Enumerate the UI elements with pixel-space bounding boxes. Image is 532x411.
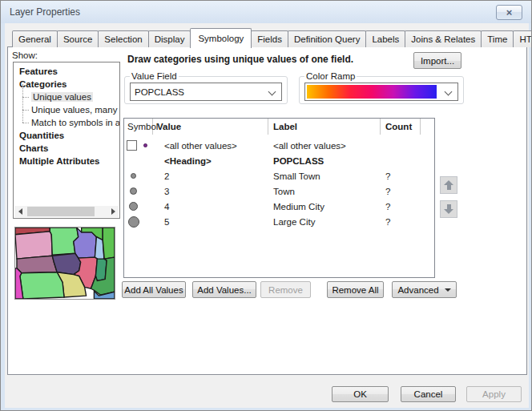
- show-tree-item-quantities[interactable]: Quantities: [14, 129, 119, 142]
- remove-all-button[interactable]: Remove All: [327, 281, 384, 298]
- advanced-button-label: Advanced: [397, 285, 438, 295]
- cell-label: POPCLASS: [268, 156, 381, 166]
- table-row-town[interactable]: 3 Town ?: [124, 183, 434, 199]
- col-header-value[interactable]: Value: [153, 119, 268, 135]
- chevron-down-icon: [268, 88, 276, 96]
- tree-item-label: Multiple Attributes: [19, 156, 100, 166]
- show-tree-item-features[interactable]: Features: [14, 65, 119, 78]
- tab-source[interactable]: Source: [57, 30, 99, 47]
- tree-horizontal-scrollbar[interactable]: [14, 206, 119, 217]
- gray-point-icon: [131, 173, 136, 179]
- map-region-state-green-ks: [20, 272, 64, 299]
- import-button[interactable]: Import...: [413, 52, 461, 69]
- table-header-row: Symbol Value Label Count: [124, 119, 434, 135]
- gray-point-icon: [130, 187, 137, 195]
- show-tree-list: Features Categories Unique values Unique…: [13, 62, 120, 219]
- cell-value: 4: [153, 202, 268, 212]
- tab-display[interactable]: Display: [148, 30, 191, 47]
- purple-point-icon: [143, 143, 147, 147]
- apply-button[interactable]: Apply: [466, 386, 522, 402]
- add-values-button[interactable]: Add Values...: [192, 281, 256, 298]
- scrollbar-thumb[interactable]: [27, 207, 95, 216]
- title-bar[interactable]: Layer Properties ×: [1, 1, 531, 23]
- show-tree-item-unique-values-many[interactable]: Unique values, many: [14, 103, 119, 116]
- color-ramp-dropdown[interactable]: [304, 83, 458, 101]
- color-ramp-gradient: [307, 85, 437, 99]
- chevron-down-icon: [445, 88, 453, 96]
- cell-value: 5: [153, 217, 268, 227]
- all-other-values-checkbox[interactable]: [127, 140, 137, 151]
- table-row-heading[interactable]: <Heading> POPCLASS: [124, 153, 434, 168]
- add-all-values-button[interactable]: Add All Values: [122, 281, 186, 298]
- tree-item-label: Unique values, many: [31, 105, 117, 115]
- value-field-dropdown[interactable]: POPCLASS: [130, 83, 282, 101]
- cell-label: <all other values>: [268, 141, 381, 151]
- tab-selection[interactable]: Selection: [98, 30, 148, 47]
- dialog-content: General Source Selection Display Symbolo…: [5, 23, 529, 408]
- show-tree-item-multiple-attributes[interactable]: Multiple Attributes: [14, 155, 119, 167]
- value-field-group-label: Value Field: [130, 71, 179, 81]
- show-tree-item-charts[interactable]: Charts: [14, 142, 119, 155]
- table-row-medium-city[interactable]: 4 Medium City ?: [124, 199, 434, 214]
- tree-item-label: Quantities: [19, 131, 64, 140]
- table-row-all-other-values[interactable]: <all other values> <all other values>: [124, 138, 434, 153]
- tree-item-label: Features: [19, 66, 58, 76]
- tree-item-label-selected: Unique values: [31, 92, 93, 102]
- table-row-small-town[interactable]: 2 Small Town ?: [124, 168, 434, 183]
- tab-fields[interactable]: Fields: [251, 30, 288, 47]
- show-label: Show:: [12, 50, 38, 60]
- tree-item-label: Charts: [19, 143, 48, 153]
- symbology-tab-page: Show: Features Categories Unique values …: [7, 46, 527, 375]
- tab-html-popup[interactable]: HTML Popup: [513, 30, 532, 47]
- col-header-count[interactable]: Count: [381, 119, 421, 135]
- arrow-down-icon: [444, 204, 453, 214]
- cell-label: Town: [268, 187, 381, 196]
- scroll-left-icon[interactable]: [14, 206, 26, 217]
- color-ramp-group-label: Color Ramp: [304, 71, 357, 81]
- cell-value: 2: [153, 171, 268, 181]
- show-tree-item-categories[interactable]: Categories: [14, 78, 119, 91]
- show-tree-item-unique-values[interactable]: Unique values: [14, 91, 119, 103]
- move-down-button[interactable]: [440, 200, 457, 218]
- cell-count: ?: [381, 217, 421, 227]
- map-region-state-pink: [15, 232, 52, 259]
- tab-definition-query[interactable]: Definition Query: [288, 30, 366, 47]
- cell-count: ?: [381, 202, 421, 212]
- map-region-state-green-mi: [103, 228, 115, 259]
- cell-label: Small Town: [268, 171, 381, 181]
- move-up-button[interactable]: [440, 176, 457, 194]
- advanced-button[interactable]: Advanced: [392, 281, 457, 298]
- cancel-button[interactable]: Cancel: [401, 386, 456, 402]
- scroll-right-icon[interactable]: [107, 206, 119, 217]
- tree-item-label: Categories: [19, 79, 66, 89]
- col-header-symbol[interactable]: Symbol: [124, 119, 153, 135]
- table-row-large-city[interactable]: 5 Large City ?: [124, 214, 434, 229]
- tree-item-label: Match to symbols in a: [31, 118, 120, 127]
- ok-button[interactable]: OK: [332, 386, 389, 402]
- window-title: Layer Properties: [10, 6, 80, 18]
- remove-button[interactable]: Remove: [260, 281, 311, 298]
- tab-joins-relates[interactable]: Joins & Relates: [405, 30, 482, 47]
- tab-general[interactable]: General: [12, 30, 58, 47]
- cell-value: <all other values>: [153, 141, 268, 151]
- map-preview: [14, 227, 115, 300]
- gray-point-icon: [128, 216, 139, 228]
- color-ramp-group: Color Ramp: [299, 71, 464, 104]
- tab-labels[interactable]: Labels: [365, 30, 405, 47]
- map-region-state-mauve-ne: [17, 256, 57, 273]
- close-icon: ×: [506, 7, 513, 18]
- tab-time[interactable]: Time: [481, 30, 514, 47]
- dropdown-caret-icon: [445, 288, 451, 292]
- show-tree-item-match-to-symbols[interactable]: Match to symbols in a: [14, 116, 119, 129]
- tab-symbology[interactable]: Symbology: [190, 28, 252, 48]
- map-region-state-darkpurple-ia: [52, 253, 80, 274]
- layer-properties-dialog: Layer Properties × General Source Select…: [0, 0, 532, 411]
- col-header-label[interactable]: Label: [268, 119, 381, 135]
- unique-values-table: Symbol Value Label Count <all other valu…: [123, 118, 435, 278]
- map-preview-svg: [15, 228, 115, 299]
- cell-value: 3: [153, 187, 268, 196]
- value-field-group: Value Field POPCLASS: [124, 71, 288, 104]
- cell-label: Large City: [268, 217, 381, 227]
- close-button[interactable]: ×: [496, 5, 522, 20]
- gray-point-icon: [129, 202, 138, 211]
